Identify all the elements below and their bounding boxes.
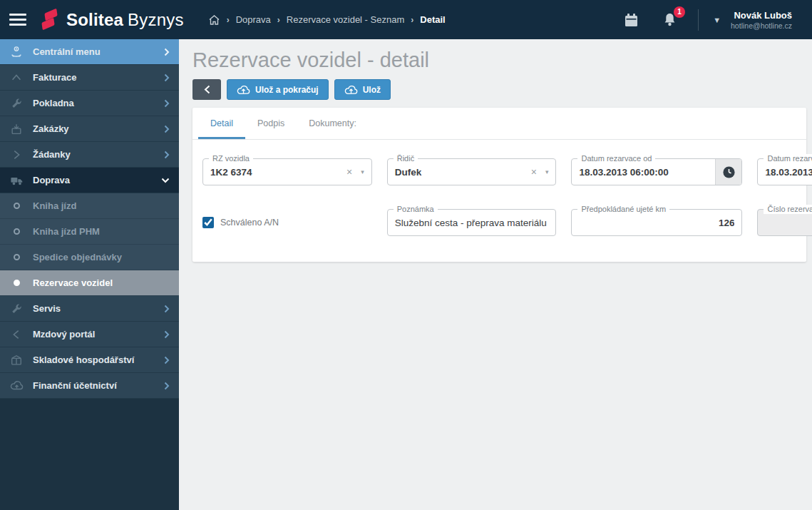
chevron-down-icon xyxy=(161,178,170,183)
sidebar-item-zadanky[interactable]: Žádanky xyxy=(0,142,179,168)
sidebar-item-label: Centrální menu xyxy=(33,46,101,57)
datum-od-time-picker-button[interactable] xyxy=(715,159,741,185)
sidebar-item-label: Servis xyxy=(33,303,61,314)
app-logo[interactable]: SoliteaByznys xyxy=(41,9,184,31)
schvaleno-checkbox[interactable] xyxy=(202,217,214,228)
breadcrumb: › Doprava › Rezervace vozidel - Seznam ›… xyxy=(208,14,446,26)
circle-icon xyxy=(0,203,33,209)
sidebar-subitem-spedice-objednavky[interactable]: Spedice objednávky xyxy=(0,245,179,270)
sidebar-item-pokladna[interactable]: Pokladna xyxy=(0,91,179,116)
chevron-right-icon xyxy=(164,99,170,108)
detail-card: Detail Podpis Dokumenty: RZ vozidla × ▾ … xyxy=(192,108,806,262)
save-continue-button[interactable]: Ulož a pokračuj xyxy=(227,79,329,100)
save-continue-label: Ulož a pokračuj xyxy=(255,85,319,95)
cislo-rezervace-input xyxy=(758,218,812,228)
chevron-right-icon xyxy=(164,330,170,339)
rz-vozidla-label: RZ vozidla xyxy=(209,154,253,163)
cislo-rezervace-field: Číslo rezervace xyxy=(757,209,812,236)
breadcrumb-separator: › xyxy=(277,15,280,25)
ujete-km-label: Předpokládané ujeté km xyxy=(577,205,669,214)
sidebar-item-label: Fakturace xyxy=(33,72,76,83)
cloud-icon xyxy=(0,380,33,391)
calendar-icon xyxy=(624,13,639,27)
breadcrumb-item-seznam[interactable]: Rezervace vozidel - Seznam xyxy=(287,14,404,25)
user-menu[interactable]: ▼ Novák Luboš hotline@hotline.cz xyxy=(713,10,792,30)
poznamka-input[interactable] xyxy=(388,218,556,228)
chevron-right-icon xyxy=(164,73,170,82)
breadcrumb-item-doprava[interactable]: Doprava xyxy=(236,14,271,25)
sidebar-item-label: Pokladna xyxy=(33,98,74,108)
schvaleno-checkbox-cell: Schváleno A/N xyxy=(202,209,372,236)
sidebar-item-centralni-menu[interactable]: Centrální menu xyxy=(0,39,179,65)
sidebar: Centrální menu Fakturace Pokladna Zakázk… xyxy=(0,39,179,510)
dropdown-caret-icon[interactable]: ▾ xyxy=(545,169,549,175)
save-button[interactable]: Ulož xyxy=(334,79,391,100)
sidebar-item-label: Mzdový portál xyxy=(33,329,95,340)
sidebar-item-zakazky[interactable]: Zakázky xyxy=(0,116,179,142)
detail-form: RZ vozidla × ▾ Řidič × ▾ Datum rezarvace… xyxy=(192,140,806,262)
breadcrumb-item-detail: Detail xyxy=(420,14,445,25)
tab-podpis[interactable]: Podpis xyxy=(245,108,297,139)
sidebar-item-skladove-hospodarstvi[interactable]: Skladové hospodářství xyxy=(0,347,179,373)
sidebar-item-label: Zakázky xyxy=(33,123,69,134)
datum-od-input[interactable] xyxy=(572,167,715,178)
datum-od-label: Datum rezarvace od xyxy=(577,154,655,163)
chevron-down-icon: ▼ xyxy=(713,16,721,24)
user-email: hotline@hotline.cz xyxy=(731,21,792,30)
chevron-right-icon xyxy=(164,125,170,133)
hand-coins-icon xyxy=(0,46,33,58)
calendar-button[interactable] xyxy=(621,10,642,30)
tab-dokumenty[interactable]: Dokumenty: xyxy=(297,108,369,139)
sidebar-subitem-rezervace-vozidel[interactable]: Rezervace vozidel xyxy=(0,270,179,296)
ridic-input[interactable] xyxy=(388,167,531,178)
ridic-label: Řidič xyxy=(394,154,418,163)
poznamka-label: Poznámka xyxy=(394,205,438,214)
datum-od-field: Datum rezarvace od xyxy=(571,158,742,185)
sidebar-item-fakturace[interactable]: Fakturace xyxy=(0,65,179,91)
chevron-right-icon xyxy=(164,382,170,390)
datum-do-input[interactable] xyxy=(758,167,812,178)
datum-do-label: Datum rezarvace do xyxy=(764,154,812,163)
sidebar-subitem-kniha-jizd-phm[interactable]: Kniha jízd PHM xyxy=(0,219,179,245)
package-icon xyxy=(0,354,33,367)
notifications-button[interactable]: 1 xyxy=(660,9,679,30)
clear-icon[interactable]: × xyxy=(531,167,537,177)
sidebar-subitem-label: Kniha jízd xyxy=(33,200,76,211)
sidebar-item-doprava[interactable]: Doprava xyxy=(0,168,179,193)
breadcrumb-separator: › xyxy=(227,15,230,25)
breadcrumb-separator: › xyxy=(411,15,413,25)
caret-up-icon xyxy=(0,71,33,84)
sidebar-item-label: Skladové hospodářství xyxy=(33,355,134,365)
sidebar-item-label: Žádanky xyxy=(33,149,71,160)
wrench-icon xyxy=(0,302,33,315)
hamburger-menu-icon[interactable] xyxy=(9,14,26,26)
sidebar-subitem-label: Spedice objednávky xyxy=(33,252,122,262)
ujete-km-input[interactable] xyxy=(572,218,741,228)
sidebar-item-label: Finanční účetnictví xyxy=(33,380,117,391)
cloud-upload-icon xyxy=(344,85,358,95)
chevron-right-icon xyxy=(164,305,170,313)
schvaleno-label[interactable]: Schváleno A/N xyxy=(220,218,279,228)
sidebar-subitem-kniha-jizd[interactable]: Kniha jízd xyxy=(0,193,179,219)
sidebar-subitem-label: Rezervace vozidel xyxy=(33,277,113,288)
ujete-km-field: Předpokládané ujeté km xyxy=(571,209,742,236)
cloud-upload-icon xyxy=(237,85,250,95)
box-arrow-icon xyxy=(0,123,33,136)
rz-vozidla-input[interactable] xyxy=(203,167,346,178)
sidebar-item-servis[interactable]: Servis xyxy=(0,296,179,322)
dropdown-caret-icon[interactable]: ▾ xyxy=(361,169,364,175)
tab-detail[interactable]: Detail xyxy=(198,108,245,139)
sidebar-item-financni-ucetnictvi[interactable]: Finanční účetnictví xyxy=(0,373,179,399)
top-header: SoliteaByznys › Doprava › Rezervace vozi… xyxy=(0,0,812,39)
clear-icon[interactable]: × xyxy=(346,167,352,177)
sidebar-item-mzdovy-portal[interactable]: Mzdový portál xyxy=(0,322,179,347)
chevron-right-icon xyxy=(0,148,33,161)
sidebar-item-label: Doprava xyxy=(33,175,70,185)
chevron-left-icon xyxy=(204,85,210,94)
back-button[interactable] xyxy=(192,79,221,100)
circle-icon xyxy=(0,228,33,235)
ridic-field: Řidič × ▾ xyxy=(387,158,557,185)
notification-badge: 1 xyxy=(674,6,685,18)
home-icon[interactable] xyxy=(208,14,220,26)
circle-filled-icon xyxy=(0,280,33,286)
